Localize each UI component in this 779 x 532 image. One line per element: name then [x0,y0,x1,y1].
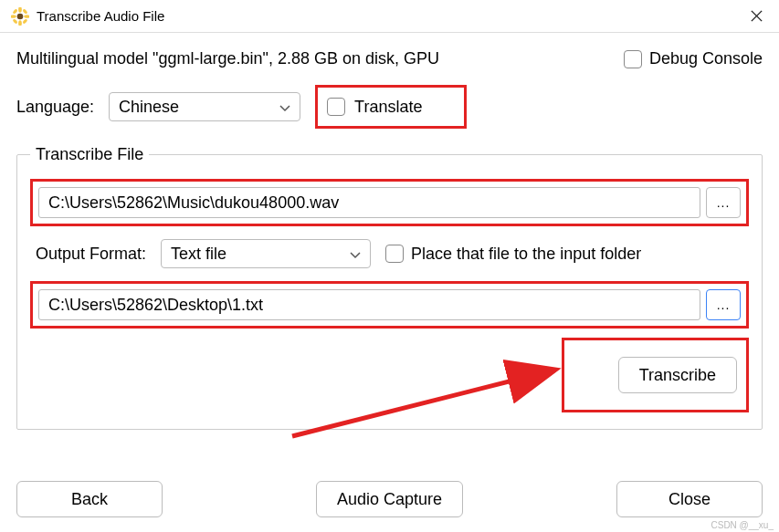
transcribe-file-legend: Transcribe File [30,145,149,164]
window-title: Transcribe Audio File [37,8,164,24]
translate-label: Translate [354,98,422,117]
close-icon[interactable] [744,5,768,28]
svg-point-7 [22,8,27,14]
place-file-label: Place that file to the input folder [411,245,641,264]
svg-point-3 [11,15,16,18]
place-file-checkbox[interactable] [385,245,404,263]
svg-point-5 [12,8,17,14]
chevron-down-icon [350,245,361,264]
translate-checkbox[interactable] [327,98,345,116]
output-path-field[interactable] [38,289,700,320]
language-label: Language: [16,98,94,117]
input-path-highlight: ... [30,179,749,226]
input-path-field[interactable] [38,187,700,218]
app-icon [11,7,29,26]
footer: Back Audio Capture Close [16,481,763,517]
translate-highlight: Translate [315,85,467,129]
model-info: Multilingual model "ggml-large.bin", 2.8… [16,49,439,68]
titlebar: Transcribe Audio File [0,0,779,33]
transcribe-button-highlight: Transcribe [562,338,749,412]
svg-point-8 [12,18,17,24]
back-button[interactable]: Back [16,481,163,517]
svg-point-4 [24,15,29,18]
svg-point-6 [22,18,27,24]
svg-point-0 [17,13,24,19]
output-path-highlight: ... [30,281,749,329]
transcribe-button[interactable]: Transcribe [618,357,737,393]
chevron-down-icon [279,98,290,117]
watermark: CSDN @__xu_ [711,520,774,530]
language-select[interactable]: Chinese [109,92,300,121]
browse-output-button[interactable]: ... [706,289,741,320]
audio-capture-button[interactable]: Audio Capture [316,481,463,517]
svg-point-2 [18,20,22,26]
browse-input-button[interactable]: ... [706,187,741,218]
debug-console-checkbox[interactable] [624,50,642,68]
language-selected: Chinese [119,98,179,117]
output-format-selected: Text file [171,245,226,264]
transcribe-file-group: Transcribe File ... Output Format: Text … [16,145,763,430]
svg-point-1 [18,7,22,13]
debug-console-label: Debug Console [649,49,763,68]
close-button[interactable]: Close [616,481,763,517]
output-format-select[interactable]: Text file [161,239,371,268]
output-format-label: Output Format: [36,245,146,264]
